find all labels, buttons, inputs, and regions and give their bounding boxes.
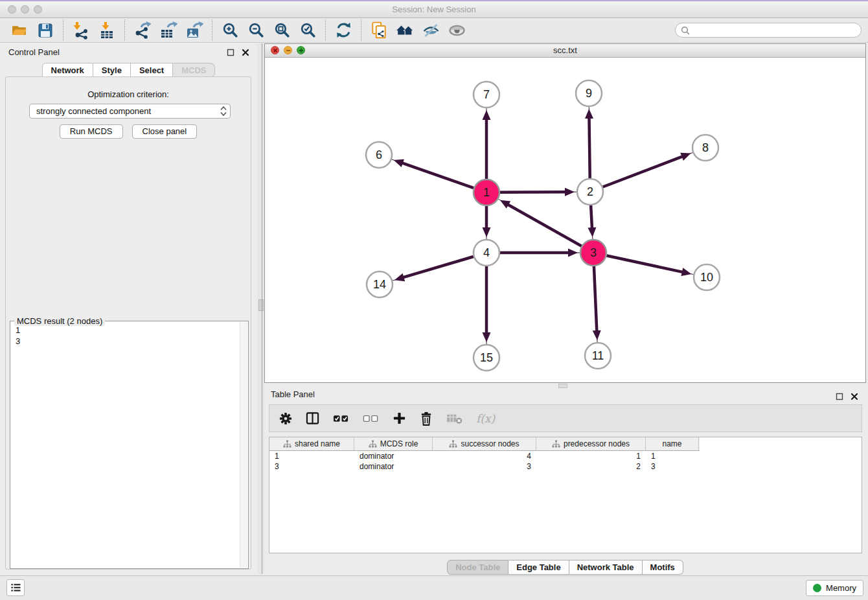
splitter-thumb[interactable] xyxy=(258,299,264,311)
add-column-icon[interactable] xyxy=(393,411,406,425)
svg-text:11: 11 xyxy=(592,349,604,362)
graph-edge-3-11[interactable] xyxy=(593,266,601,342)
table-cell[interactable]: dominator xyxy=(354,462,433,471)
tab-select[interactable]: Select xyxy=(131,63,173,78)
table-cell[interactable]: 1 xyxy=(269,452,354,461)
refresh-icon[interactable] xyxy=(332,20,355,41)
graph-edge-4-14[interactable] xyxy=(393,257,474,281)
zoom-in-icon[interactable] xyxy=(218,20,242,41)
copy-current-view-icon[interactable] xyxy=(367,20,391,41)
node-table: shared nameMCDS rolesuccessor nodesprede… xyxy=(269,437,862,553)
graph-node-7[interactable]: 7 xyxy=(474,82,499,108)
hide-others-eye-icon[interactable] xyxy=(419,20,442,41)
import-table-icon[interactable] xyxy=(95,20,119,41)
graph-node-14[interactable]: 14 xyxy=(367,271,393,297)
table-settings-gear-icon[interactable] xyxy=(279,412,292,425)
table-cell[interactable]: 1 xyxy=(646,452,699,461)
export-table-icon[interactable] xyxy=(157,20,180,41)
graph-edge-3-1[interactable] xyxy=(498,199,581,246)
float-panel-icon[interactable] xyxy=(227,49,234,56)
export-image-icon[interactable] xyxy=(183,20,206,41)
graph-node-11[interactable]: 11 xyxy=(585,343,611,369)
search-box[interactable] xyxy=(675,23,862,38)
zoom-out-icon[interactable] xyxy=(244,20,268,41)
zoom-selected-icon[interactable] xyxy=(296,20,319,41)
graph-node-15[interactable]: 15 xyxy=(474,345,499,371)
graph-edge-2-3[interactable] xyxy=(588,205,596,239)
search-icon xyxy=(681,26,690,35)
graph-edge-1-2[interactable] xyxy=(500,188,577,196)
column-header-shared-name[interactable]: shared name xyxy=(269,437,354,450)
result-scrollbar[interactable] xyxy=(240,322,247,568)
close-panel-button[interactable]: Close panel xyxy=(132,124,198,139)
table-row[interactable]: 3dominator323 xyxy=(269,461,862,472)
column-header-name[interactable]: name xyxy=(646,437,699,450)
table-cell[interactable]: 3 xyxy=(433,462,536,471)
graph-node-2[interactable]: 2 xyxy=(577,179,603,205)
memory-button[interactable]: Memory xyxy=(806,580,863,596)
horizontal-splitter[interactable] xyxy=(264,383,866,387)
import-network-icon[interactable] xyxy=(69,20,93,41)
tab-network[interactable]: Network xyxy=(42,63,93,78)
column-header-successor-nodes[interactable]: successor nodes xyxy=(433,437,536,450)
graph-edge-1-6[interactable] xyxy=(392,159,474,188)
table-cell[interactable]: 3 xyxy=(269,462,354,471)
vertical-splitter[interactable] xyxy=(257,43,264,574)
graph-node-9[interactable]: 9 xyxy=(576,80,602,106)
mcds-result-text[interactable]: 13 xyxy=(10,321,240,568)
table-cell[interactable]: 2 xyxy=(536,462,646,471)
mcds-result-box: MCDS result (2 nodes) 13 xyxy=(10,321,249,569)
open-session-icon[interactable] xyxy=(8,20,31,41)
optimization-criterion-select[interactable]: strongly connected component xyxy=(29,104,231,119)
table-cell[interactable]: dominator xyxy=(354,452,433,461)
close-window-button[interactable] xyxy=(8,5,16,14)
float-panel-icon[interactable] xyxy=(836,393,843,400)
table-row[interactable]: 1dominator411 xyxy=(269,451,862,461)
tab-mcds[interactable]: MCDS xyxy=(173,63,215,78)
graph-edge-4-3[interactable] xyxy=(500,249,580,257)
column-header-predecessor-nodes[interactable]: predecessor nodes xyxy=(536,437,646,450)
task-history-button[interactable] xyxy=(6,579,25,596)
graph-node-1[interactable]: 1 xyxy=(474,179,499,205)
maximize-window-button[interactable] xyxy=(34,5,42,14)
network-maximize-button[interactable] xyxy=(297,46,305,54)
close-panel-icon[interactable] xyxy=(851,393,858,400)
tab-node-table[interactable]: Node Table xyxy=(447,560,508,575)
export-network-icon[interactable] xyxy=(131,20,154,41)
graph-node-4[interactable]: 4 xyxy=(474,240,499,266)
graph-edge-4-15[interactable] xyxy=(483,266,491,344)
graph-node-10[interactable]: 10 xyxy=(694,264,720,290)
table-cell[interactable]: 1 xyxy=(536,452,646,461)
table-cell[interactable]: 4 xyxy=(433,452,536,461)
tab-network-table[interactable]: Network Table xyxy=(569,560,643,575)
graph-edge-1-7[interactable] xyxy=(483,108,491,179)
tab-style[interactable]: Style xyxy=(93,63,131,78)
network-minimize-button[interactable] xyxy=(284,46,292,54)
show-all-eye-icon[interactable] xyxy=(445,20,468,41)
graph-edge-3-10[interactable] xyxy=(607,255,694,276)
tab-motifs[interactable]: Motifs xyxy=(643,560,683,575)
split-columns-icon[interactable] xyxy=(306,411,319,425)
delete-column-trash-icon[interactable] xyxy=(420,411,433,426)
graph-node-8[interactable]: 8 xyxy=(692,135,718,161)
svg-text:4: 4 xyxy=(483,246,490,259)
graph-canvas[interactable]: 7968124314101511 xyxy=(265,58,865,382)
close-panel-icon[interactable] xyxy=(242,49,249,56)
save-session-icon[interactable] xyxy=(34,20,57,41)
graph-edge-2-9[interactable] xyxy=(585,107,593,178)
tab-edge-table[interactable]: Edge Table xyxy=(508,560,569,575)
run-mcds-button[interactable]: Run MCDS xyxy=(60,124,123,139)
graph-edge-2-8[interactable] xyxy=(603,152,693,187)
network-close-button[interactable] xyxy=(271,46,279,54)
minimize-window-button[interactable] xyxy=(21,5,29,14)
graph-edge-1-4[interactable] xyxy=(483,206,491,239)
clear-checkboxes-icon[interactable] xyxy=(363,414,379,423)
table-cell[interactable]: 3 xyxy=(646,462,699,471)
column-header-mcds-role[interactable]: MCDS role xyxy=(354,437,433,450)
home-icon[interactable] xyxy=(393,20,417,41)
zoom-fit-icon[interactable] xyxy=(270,20,293,41)
search-input[interactable] xyxy=(693,24,861,37)
graph-node-3[interactable]: 3 xyxy=(580,240,606,266)
select-all-checkboxes-icon[interactable] xyxy=(333,414,349,423)
graph-node-6[interactable]: 6 xyxy=(366,142,392,168)
